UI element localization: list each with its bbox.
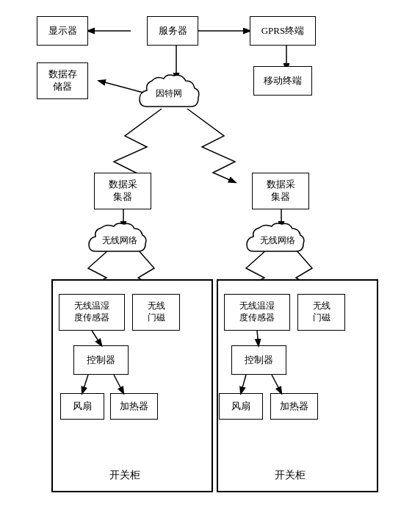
switchbox-left-label: 开关柜	[95, 469, 154, 482]
controller-right-label: 控制器	[245, 354, 273, 367]
heater-left-label: 加热器	[120, 400, 148, 413]
collector-right-label: 数据采 集器	[267, 179, 295, 204]
fan-left-box: 风扇	[60, 393, 104, 420]
wireless-right-cloud: 无线网络	[245, 220, 311, 261]
fan-right-box: 风扇	[219, 393, 263, 420]
controller-left-box: 控制器	[73, 345, 129, 375]
door-left-label: 无线 门磁	[148, 301, 165, 323]
collector-left-box: 数据采 集器	[94, 173, 151, 209]
storage-label: 数据存 储器	[48, 68, 77, 93]
sensor-left-label: 无线温湿 度传感器	[74, 301, 109, 323]
collector-right-box: 数据采 集器	[252, 173, 309, 209]
display-box: 显示器	[37, 16, 88, 46]
wireless-left-label: 无线网络	[102, 234, 137, 247]
fan-left-label: 风扇	[73, 400, 92, 413]
server-box: 服务器	[147, 16, 198, 46]
wireless-left-cloud: 无线网络	[87, 220, 153, 261]
collector-left-label: 数据采 集器	[109, 179, 137, 204]
diagram: 显示器 服务器 GPRS终端 数据存 储器 移动终端 因特网 数据采 集器 数据…	[0, 0, 401, 532]
switchbox-right-label: 开关柜	[261, 469, 319, 482]
controller-right-box: 控制器	[231, 345, 286, 375]
heater-right-label: 加热器	[280, 400, 308, 413]
internet-label: 因特网	[156, 87, 182, 100]
sensor-right-box: 无线温湿 度传感器	[224, 294, 290, 331]
fan-right-label: 风扇	[231, 400, 250, 413]
heater-right-box: 加热器	[270, 393, 318, 420]
door-left-box: 无线 门磁	[132, 294, 180, 331]
controller-left-label: 控制器	[87, 354, 115, 367]
mobile-box: 移动终端	[253, 66, 312, 96]
door-right-box: 无线 门磁	[297, 294, 345, 331]
gprs-label: GPRS终端	[261, 25, 305, 37]
server-label: 服务器	[159, 25, 187, 37]
wireless-right-label: 无线网络	[260, 234, 295, 247]
sensor-left-box: 无线温湿 度传感器	[59, 294, 125, 331]
sensor-right-label: 无线温湿 度传感器	[239, 301, 275, 323]
mobile-label: 移动终端	[264, 75, 302, 87]
storage-box: 数据存 储器	[37, 62, 88, 99]
internet-cloud: 因特网	[136, 70, 202, 118]
door-right-label: 无线 门磁	[313, 301, 330, 323]
display-label: 显示器	[48, 25, 77, 37]
gprs-box: GPRS终端	[250, 16, 316, 46]
heater-left-box: 加热器	[110, 393, 158, 420]
